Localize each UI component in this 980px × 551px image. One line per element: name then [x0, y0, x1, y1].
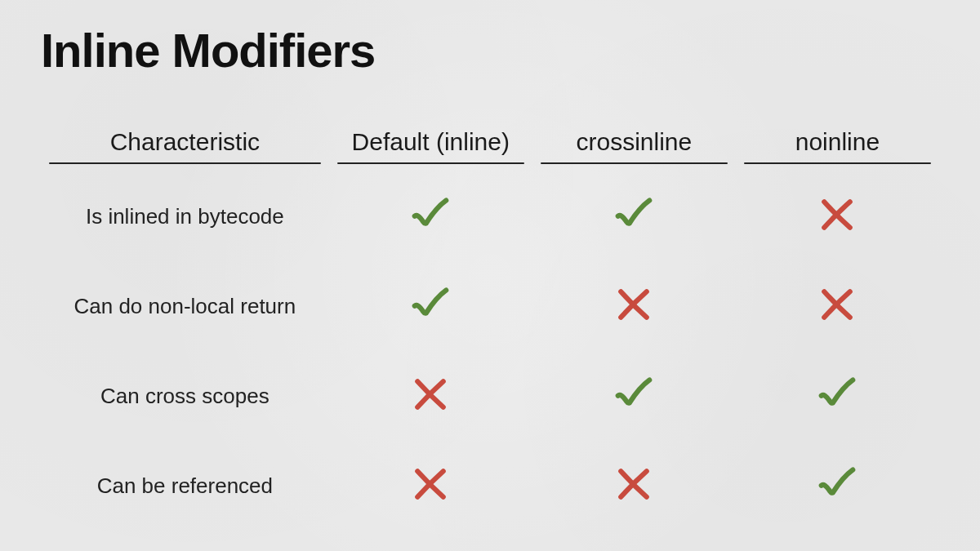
col-header-characteristic: Characteristic — [41, 128, 329, 164]
cell — [329, 269, 532, 344]
check-icon — [814, 461, 860, 507]
cell — [736, 358, 939, 433]
cell — [329, 448, 532, 523]
page-title: Inline Modifiers — [41, 23, 939, 78]
cell — [736, 448, 939, 523]
cell — [736, 269, 939, 344]
modifiers-table: Characteristic Default (inline) crossinl… — [41, 113, 939, 538]
table-row: Is inlined in bytecode — [41, 179, 939, 254]
cross-icon — [408, 371, 453, 417]
table-row: Can do non-local return — [41, 269, 939, 344]
col-header-label: noinline — [795, 128, 880, 155]
check-icon — [611, 192, 657, 238]
cross-icon — [814, 192, 860, 238]
cross-icon — [611, 282, 657, 327]
cell — [736, 179, 939, 254]
col-header-default: Default (inline) — [329, 128, 532, 164]
cross-icon — [408, 461, 453, 507]
cell — [329, 358, 532, 433]
cell — [532, 358, 736, 433]
row-label: Can do non-local return — [41, 269, 329, 344]
row-label: Can cross scopes — [41, 358, 329, 433]
col-header-label: Default (inline) — [352, 128, 510, 155]
row-label: Is inlined in bytecode — [41, 179, 329, 254]
col-header-noinline: noinline — [736, 128, 939, 164]
cell — [532, 179, 736, 254]
table-row: Can be referenced — [41, 448, 939, 523]
row-label: Can be referenced — [41, 448, 329, 523]
table-row: Can cross scopes — [41, 358, 939, 433]
check-icon — [611, 371, 657, 417]
col-header-crossinline: crossinline — [532, 128, 736, 164]
check-icon — [408, 192, 453, 238]
col-header-label: crossinline — [576, 128, 692, 155]
check-icon — [814, 371, 860, 417]
cell — [329, 179, 532, 254]
col-header-label: Characteristic — [110, 128, 260, 155]
cell — [532, 269, 736, 344]
cell — [532, 448, 736, 523]
cross-icon — [611, 461, 657, 507]
cross-icon — [814, 282, 860, 327]
check-icon — [408, 282, 453, 327]
